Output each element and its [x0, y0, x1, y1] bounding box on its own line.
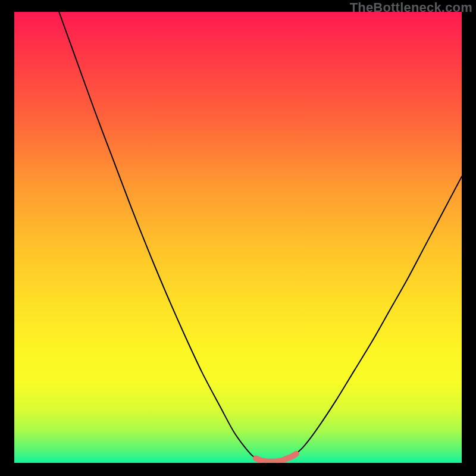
watermark-text: TheBottleneck.com: [350, 0, 472, 15]
chart-stage: TheBottleneck.com: [0, 0, 476, 476]
heat-gradient: [14, 12, 462, 463]
plot-area: [14, 12, 462, 463]
